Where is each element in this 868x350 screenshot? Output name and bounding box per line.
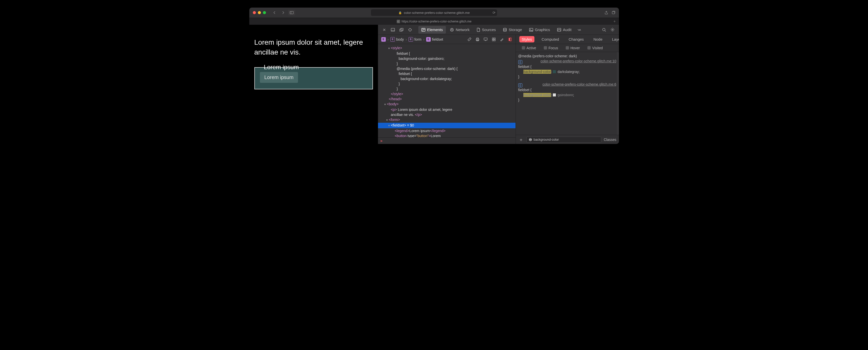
address-bar[interactable]: 🔒 color-scheme-prefers-color-scheme.glit… (371, 9, 497, 16)
pseudo-visited[interactable]: Visited (587, 46, 603, 50)
lock-icon: 🔒 (398, 11, 402, 14)
sidebar-toggle-button[interactable] (288, 10, 295, 16)
forward-button[interactable] (280, 10, 287, 16)
tree-row[interactable]: <button type="button">Lorem (378, 133, 516, 137)
rule2-prop-name[interactable]: background-color (523, 93, 551, 97)
page-fieldset: Lorem ipsum Lorem ipsum (254, 67, 373, 89)
styles-tab-node[interactable]: Node (591, 36, 605, 42)
chevron-right-icon: › (423, 37, 425, 41)
styles-pane: Styles Computed Changes Node Layers Acti… (516, 35, 619, 144)
style-rules[interactable]: @media (prefers-color-scheme: dark) {}co… (516, 52, 619, 135)
tree-row[interactable]: <p> Lorem ipsum dolor sit amet, legere (378, 107, 516, 112)
traffic-lights (249, 11, 266, 14)
rule1-prop-val[interactable]: darkslategray (553, 70, 579, 74)
tab-sources[interactable]: Sources (474, 26, 499, 34)
ruler-icon[interactable] (467, 36, 473, 42)
tab-favicon: C (397, 20, 400, 23)
svg-rect-32 (509, 38, 510, 41)
share-icon[interactable] (604, 10, 608, 14)
tree-row[interactable]: background-color: gainsboro; (378, 56, 516, 61)
rule-source-icon[interactable]: {} (518, 83, 522, 87)
dock-detach-icon[interactable] (398, 26, 405, 34)
svg-rect-30 (492, 40, 494, 41)
svg-rect-5 (400, 29, 402, 31)
tab-audit[interactable]: Audit (554, 26, 575, 34)
rule2-prop-val[interactable]: gainsboro (553, 93, 573, 97)
pseudo-hover[interactable]: Hover (566, 46, 580, 50)
close-window-button[interactable] (253, 11, 256, 14)
tab-elements[interactable]: Elements (418, 26, 446, 34)
tree-row[interactable]: } (378, 81, 516, 86)
tree-row[interactable]: ▼<body> (378, 101, 516, 107)
tree-row[interactable]: </head> (378, 96, 516, 101)
styles-tab-computed[interactable]: Computed (539, 36, 561, 42)
overflow-tabs-icon[interactable] (576, 26, 583, 34)
grid-icon[interactable] (491, 36, 497, 42)
svg-rect-31 (494, 40, 495, 41)
console-strip[interactable]: > (378, 137, 516, 144)
chevron-right-icon: › (405, 37, 407, 41)
elements-pane: E › Ebody › Eform › Efieldset (378, 35, 516, 144)
svg-point-16 (503, 28, 506, 29)
tree-row[interactable]: } (378, 86, 516, 91)
print-icon[interactable] (475, 36, 481, 42)
styles-tab-layers[interactable]: Layers (609, 36, 619, 42)
layout-highlight-icon[interactable] (507, 36, 513, 42)
svg-rect-29 (494, 38, 495, 39)
browser-window: 🔒 color-scheme-prefers-color-scheme.glit… (249, 7, 619, 144)
tab-url[interactable]: https://color-scheme-prefers-color-schem… (402, 20, 472, 23)
breadcrumb-fieldset[interactable]: Efieldset (426, 37, 444, 42)
tab-storage[interactable]: Storage (500, 26, 525, 34)
device-icon[interactable] (483, 36, 489, 42)
rule1-source-link[interactable]: color-scheme-prefers-color-scheme.glitch… (540, 59, 616, 64)
settings-gear-icon[interactable] (609, 26, 616, 34)
rule2-source-link[interactable]: color-scheme-prefers-color-scheme.glitch… (542, 82, 616, 87)
styles-filter-input[interactable]: background-color (526, 137, 601, 143)
back-button[interactable] (271, 10, 278, 16)
sources-icon (477, 28, 480, 32)
graphics-icon (529, 28, 533, 32)
tree-row[interactable]: background-color: darkslategray; (378, 76, 516, 81)
svg-rect-28 (492, 38, 494, 39)
tree-row[interactable]: ancillae ne vis. </p> (378, 112, 516, 117)
styles-filter-bar: ＋ background-color Classes (516, 135, 619, 144)
svg-rect-33 (510, 38, 511, 41)
rule-source-icon[interactable]: {} (518, 60, 522, 64)
page-paragraph: Lorem ipsum dolor sit amet, legere ancil… (254, 37, 373, 57)
tree-row[interactable]: fieldset { (378, 51, 516, 56)
breadcrumb-form[interactable]: Eform (408, 37, 422, 42)
pseudo-active[interactable]: Active (522, 46, 536, 50)
classes-toggle[interactable]: Classes (604, 138, 616, 142)
tree-row[interactable]: ▼<style> (378, 46, 516, 51)
page-button[interactable]: Lorem ipsum (260, 72, 298, 83)
devtools-body: E › Ebody › Eform › Efieldset (378, 35, 619, 144)
breadcrumb-body[interactable]: Ebody (390, 37, 404, 42)
tree-row[interactable]: <legend>Lorem ipsum</legend> (378, 128, 516, 133)
zoom-window-button[interactable] (263, 11, 266, 14)
tree-row[interactable]: ▼<fieldset> = $0 (378, 123, 516, 128)
paint-icon[interactable] (499, 36, 505, 42)
minimize-window-button[interactable] (258, 11, 261, 14)
filter-list-icon (529, 138, 532, 141)
dom-tree[interactable]: ▼<style> fieldset { background-color: ga… (378, 44, 516, 137)
inspect-element-icon[interactable] (406, 26, 414, 34)
tree-row[interactable]: } (378, 61, 516, 66)
tab-network[interactable]: Network (447, 26, 473, 34)
tabs-overview-icon[interactable] (611, 10, 615, 14)
tab-graphics[interactable]: Graphics (526, 26, 553, 34)
tree-row[interactable]: ▼<form> (378, 117, 516, 123)
tree-row[interactable]: @media (prefers-color-scheme: dark) { (378, 66, 516, 71)
dock-bottom-icon[interactable] (389, 26, 397, 34)
styles-tab-styles[interactable]: Styles (519, 36, 535, 42)
tree-row[interactable]: </style> (378, 91, 516, 96)
search-icon[interactable] (600, 26, 608, 34)
tree-row[interactable]: fieldset { (378, 71, 516, 76)
close-devtools-icon[interactable] (380, 26, 388, 34)
rule1-prop-name[interactable]: background-color (523, 70, 551, 74)
new-rule-button[interactable]: ＋ (518, 137, 524, 142)
new-tab-button[interactable]: ＋ (613, 19, 616, 24)
breadcrumb-root[interactable]: E (380, 37, 386, 42)
pseudo-focus[interactable]: Focus (544, 46, 558, 50)
reload-button[interactable]: ⟳ (493, 10, 496, 14)
styles-tab-changes[interactable]: Changes (566, 36, 586, 42)
